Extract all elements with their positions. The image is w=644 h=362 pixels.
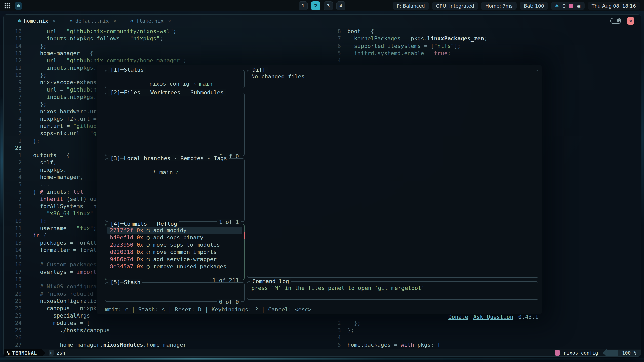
shell-tab[interactable]: > zsh [49, 349, 65, 356]
code-text: nixpkgs-f2k.url = [33, 115, 97, 122]
workspace-button-1[interactable]: 1 [299, 1, 308, 10]
ask-question-link[interactable]: Ask Question [473, 314, 513, 320]
code-text: nix-vscode-extens [33, 79, 97, 86]
tab-label: flake.nix [136, 18, 163, 24]
line-number: 6 [329, 42, 341, 50]
desktop: ❄ 1 2 3 4 P: Balanced GPU: Integrated Ho… [0, 0, 644, 362]
mode-label: TERMINAL [12, 350, 37, 356]
code-text: packages = forAll [33, 239, 97, 246]
commit-message: add sops binary [153, 234, 203, 241]
apps-grid-icon[interactable]: ▦ [577, 3, 581, 8]
code-text: ./hosts/canopus [33, 327, 110, 334]
code-text: home-manager = { [33, 50, 93, 57]
lazygit-files-panel[interactable]: [2]─Files - Worktrees - Submodules 0 of … [105, 93, 245, 156]
commit-graph-node: ○ [147, 256, 150, 262]
network-icon[interactable]: ✱ [555, 3, 559, 8]
commit-author: 0x [137, 227, 143, 233]
line-number: 16 [4, 28, 22, 35]
commit-row[interactable]: 8e345a7 0x ○ remove unused packages [107, 263, 242, 270]
editor-tab-flake-nix[interactable]: ❄ flake.nix × [131, 18, 171, 24]
code-line: 13 home-manager = { [4, 50, 329, 57]
commit-row[interactable]: 9486b7d 0x ○ add service-wrapper [107, 256, 242, 263]
app-launcher-icon[interactable] [4, 3, 10, 9]
code-line: 5 initrd.systemd.enable = true; [329, 50, 641, 57]
line-number: 16 [4, 261, 22, 268]
editor-tab-default-nix[interactable]: ❄ default.nix × [70, 18, 116, 24]
workspace-button-3[interactable]: 3 [324, 1, 333, 10]
tab-label: default.nix [75, 18, 109, 24]
code-text: }; [33, 42, 47, 50]
commit-author: 0x [137, 242, 143, 248]
shell-label: zsh [57, 350, 65, 356]
line-number: 3 [329, 327, 341, 334]
tab-close-icon[interactable]: × [53, 18, 56, 24]
line-number: 26 [4, 334, 22, 341]
code-line: 6 supportedFilesystems = ["ntfs"]; [329, 42, 641, 50]
code-text: # Custom packages [33, 261, 97, 268]
workspace-button-4[interactable]: 4 [336, 1, 345, 10]
line-number: 6 [4, 101, 22, 108]
commit-row[interactable]: 2717f2f 0x ○ add mopidy [107, 227, 242, 234]
code-line: 5home.packages = with pkgs; [ [329, 341, 641, 348]
lazygit-statusline: mmit: c | Stash: s | Reset: D | Keybindi… [105, 306, 538, 313]
commit-hash: b49ef1d [110, 234, 133, 241]
commit-row[interactable]: d920218 0x ○ move common imports [107, 248, 242, 256]
lazygit-status-panel[interactable]: [1]─Status nixos-config→ main [105, 70, 245, 88]
panel-title: Command log [250, 278, 291, 284]
lazygit-command-log-panel[interactable]: Command log press 'M' in the files panel… [247, 281, 538, 300]
tab-close-icon[interactable]: × [168, 18, 171, 24]
commit-row[interactable]: 2a23950 0x ○ move sops to modules [107, 241, 242, 248]
code-text: forAllSystems = n [33, 203, 97, 210]
line-number: 9 [4, 79, 22, 86]
line-number: 10 [4, 71, 22, 79]
code-text: in { [33, 232, 47, 239]
commits-scrollbar[interactable] [244, 232, 245, 239]
nix-file-icon: ❄ [18, 18, 21, 23]
layout-icon[interactable]: ≡ [607, 350, 618, 356]
line-number: 25 [4, 327, 22, 334]
lazygit-diff-panel[interactable]: Diff No changed files [247, 70, 538, 278]
donate-link[interactable]: Donate [448, 314, 468, 320]
editor-area: 16 url = "github:nix-community/nixos-wsl… [4, 27, 641, 349]
commit-row[interactable]: b49ef1d 0x ○ add sops binary [107, 234, 242, 241]
code-text: canopus = nixpk [33, 305, 97, 312]
line-number: 18 [4, 276, 22, 283]
top-status-bar: ❄ 1 2 3 4 P: Balanced GPU: Integrated Ho… [0, 0, 644, 11]
line-number: 22 [4, 305, 22, 312]
commit-author: 0x [137, 234, 143, 241]
float-toggle[interactable] [610, 18, 621, 24]
diff-content: No changed files [247, 70, 538, 83]
nix-logo-icon[interactable]: ❄ [15, 2, 22, 10]
panel-title: Diff [250, 67, 268, 73]
code-text: boot = { [347, 28, 374, 35]
lazygit-branches-panel[interactable]: [3]─Local branches - Remotes - Tags * ma… [105, 158, 245, 222]
workspace-button-2[interactable]: 2 [311, 1, 320, 10]
zellij-logo-icon [555, 350, 560, 356]
line-number: 7 [4, 93, 22, 101]
battery-status: Bat: 100 [520, 2, 548, 10]
commit-author: 0x [137, 263, 143, 270]
editor-tab-home-nix[interactable]: ❄ home.nix × [18, 18, 56, 24]
line-number: 5 [4, 181, 22, 188]
code-text: # 'nixos-rebuild [33, 290, 93, 297]
terminal-mode-indicator[interactable]: ▚ TERMINAL [4, 349, 42, 356]
code-text: outputs = { [33, 152, 70, 159]
line-number: 1 [4, 152, 22, 159]
code-text: inherit (self) ou [33, 195, 97, 203]
window-close-button[interactable]: × [627, 17, 634, 25]
recording-indicator-icon[interactable] [569, 4, 573, 8]
terminal-icon: ▚ [7, 351, 10, 355]
wallpaper-glow-line [0, 358, 644, 360]
lazygit-commits-panel[interactable]: [4]─Commits - Reflog 2717f2f 0x ○ add mo… [105, 224, 245, 280]
code-text: nur.url = "github [33, 122, 97, 130]
tab-close-icon[interactable]: × [113, 18, 116, 24]
code-line: 12 url = "github:nix-community/home-mana… [4, 57, 329, 64]
topbar-right-cluster: P: Balanced GPU: Integrated Home: 7ms Ba… [393, 2, 640, 10]
clock[interactable]: Thu Aug 08, 18:16 [588, 2, 640, 10]
code-text: supportedFilesystems = ["ntfs"]; [347, 42, 461, 50]
notification-count[interactable]: 0 [562, 3, 566, 9]
line-number: 4 [4, 173, 22, 181]
code-line: 3}; [329, 327, 641, 334]
line-number: 17 [4, 268, 22, 276]
lazygit-stash-panel[interactable]: [5]─Stash 0 of 0 [105, 282, 245, 302]
